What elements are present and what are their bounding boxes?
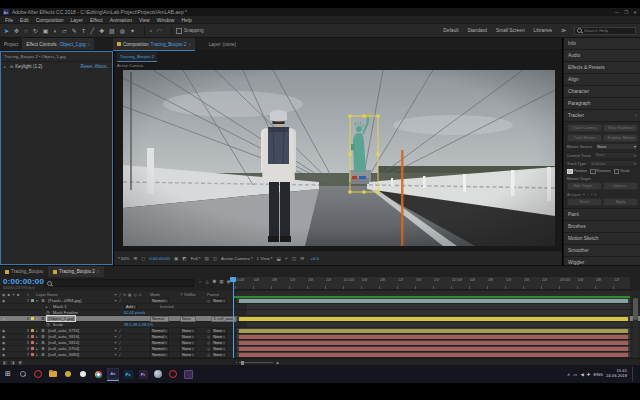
switches-cell[interactable]: ✦╱ bbox=[114, 347, 150, 351]
mask-feather-icon[interactable]: ◠ bbox=[157, 27, 162, 34]
tracker-button-stabilize-motion[interactable]: Stabilize Motion bbox=[603, 134, 638, 142]
file-explorer-icon[interactable] bbox=[47, 368, 59, 381]
tab-project[interactable]: Project bbox=[0, 38, 22, 50]
trkmat-header[interactable]: T TrkMat bbox=[180, 292, 207, 297]
panel-menu-icon[interactable]: ≡ bbox=[87, 42, 89, 47]
pen-tool-icon[interactable]: ✎ bbox=[72, 27, 77, 34]
trkmat-dropdown[interactable]: None▾ bbox=[180, 352, 196, 358]
pickwhip-icon[interactable]: ◎ bbox=[207, 299, 210, 303]
layer-duration-bar[interactable] bbox=[239, 347, 628, 351]
shy-switch-icon[interactable]: ╱ bbox=[119, 341, 121, 345]
switches-cell[interactable]: ✦╱ bbox=[114, 329, 150, 333]
pickwhip-icon[interactable]: ◎ bbox=[207, 329, 210, 333]
tab-composition[interactable]: Composition Tracing_Boujou 2 ≡ bbox=[113, 38, 195, 50]
twirl-icon[interactable]: ▾ bbox=[36, 317, 40, 321]
clone-stamp-tool-icon[interactable]: ✚ bbox=[99, 27, 104, 34]
zoom-slider-handle[interactable] bbox=[241, 361, 244, 365]
panel-section-align[interactable]: Align bbox=[564, 74, 640, 86]
layer-duration-bar[interactable] bbox=[239, 341, 628, 345]
snapping-checkbox[interactable] bbox=[176, 28, 182, 34]
hand-tool-icon[interactable]: ✥ bbox=[14, 27, 19, 34]
track-lane[interactable] bbox=[237, 340, 630, 345]
shy-switch-icon[interactable]: ╱ bbox=[119, 317, 121, 321]
menu-view[interactable]: View bbox=[139, 17, 150, 23]
analyze-backward-icon[interactable]: « bbox=[583, 192, 585, 197]
mode-header[interactable]: Mode bbox=[150, 292, 180, 297]
eye-icon[interactable]: ◉ bbox=[2, 335, 5, 339]
channel-icon[interactable]: ◩ bbox=[182, 256, 186, 261]
workspace-standard[interactable]: Standard bbox=[468, 28, 487, 33]
zoom-tool-icon[interactable]: ○ bbox=[24, 28, 28, 34]
tab-layer[interactable]: Layer: (none) bbox=[205, 38, 240, 50]
tracker-button-track-camera[interactable]: Track Camera bbox=[567, 124, 602, 132]
checkbox-rotation[interactable]: Rotation bbox=[590, 169, 611, 175]
mask-shape-tool-icon[interactable]: ▱ bbox=[62, 27, 67, 34]
pan-behind-tool-icon[interactable]: ◐ bbox=[53, 28, 57, 34]
twirl-icon[interactable]: ▸ bbox=[36, 341, 40, 345]
effect-about-link[interactable]: About.. bbox=[94, 64, 109, 69]
track-lane[interactable] bbox=[237, 328, 630, 333]
resolution-dropdown[interactable]: Full▾ bbox=[191, 256, 201, 261]
pickwhip-icon[interactable]: ◎ bbox=[207, 341, 210, 345]
viewer-timecode[interactable]: 0:00:00:00 bbox=[149, 256, 170, 261]
switches-cell[interactable]: Add▾ bbox=[124, 304, 160, 310]
panel-section-brushes[interactable]: Brushes bbox=[564, 221, 640, 233]
twirl-icon[interactable]: ▸ bbox=[46, 305, 50, 309]
timeline-search-box[interactable] bbox=[44, 279, 194, 287]
track-lane[interactable] bbox=[247, 322, 630, 327]
layer-label-color[interactable] bbox=[29, 317, 36, 321]
switches-cell[interactable]: ✦╱ bbox=[114, 335, 150, 339]
switches-cell[interactable]: 98.5,98.5,98.5% bbox=[124, 322, 190, 327]
panel-section-effects-presets[interactable]: Effects & Presets bbox=[564, 62, 640, 74]
opera-icon[interactable] bbox=[32, 368, 44, 381]
fx-switch-icon[interactable]: fx bbox=[123, 317, 126, 321]
help-search-input[interactable] bbox=[584, 28, 633, 33]
track-lane[interactable] bbox=[237, 298, 630, 303]
tracker-apply-button[interactable]: Apply bbox=[603, 198, 638, 206]
grid-guides-icon[interactable]: ⊞ bbox=[134, 256, 138, 261]
panel-section-audio[interactable]: Audio bbox=[564, 50, 640, 62]
twirl-icon[interactable]: ▸ bbox=[36, 329, 40, 333]
menu-file[interactable]: File bbox=[5, 17, 13, 23]
shy-switch-icon[interactable]: ╱ bbox=[119, 347, 121, 351]
panel-section-paragraph[interactable]: Paragraph bbox=[564, 98, 640, 110]
messenger-icon[interactable] bbox=[77, 368, 89, 381]
frame-blend-icon[interactable]: ▦ bbox=[219, 279, 223, 284]
composition-mini-tab[interactable]: Tracing_Boujou 2 bbox=[117, 52, 157, 62]
menu-window[interactable]: Window bbox=[157, 17, 175, 23]
panel-section-info[interactable]: Info bbox=[564, 38, 640, 50]
twirl-icon[interactable]: ▸ bbox=[36, 347, 40, 351]
menu-animation[interactable]: Animation bbox=[110, 17, 132, 23]
pickwhip-icon[interactable]: ◎ bbox=[207, 347, 210, 351]
eye-icon[interactable]: ◉ bbox=[2, 347, 5, 351]
layer-duration-bar[interactable] bbox=[239, 353, 628, 357]
tab-effect-controls[interactable]: Effect Controls: Object_1.jpg ≡ bbox=[22, 38, 93, 50]
trkmat-cell[interactable]: None▾ bbox=[180, 316, 207, 322]
hidden-icons-chevron[interactable]: ∧ bbox=[567, 372, 570, 377]
menu-layer[interactable]: Layer bbox=[70, 17, 83, 23]
quality-switch-icon[interactable]: ✦ bbox=[114, 341, 117, 345]
volume-icon[interactable]: ◀ bbox=[580, 372, 583, 377]
magnification-dropdown[interactable]: ▾50% bbox=[118, 256, 130, 261]
selection-tool-icon[interactable]: ➤ bbox=[4, 27, 9, 34]
av-features-cell[interactable]: ◉ bbox=[0, 317, 22, 321]
twirl-icon[interactable]: ▸ bbox=[4, 65, 8, 69]
mode-cell[interactable]: Inverted bbox=[160, 304, 190, 309]
tracker-button-options-[interactable]: Options... bbox=[603, 182, 638, 190]
composition-mini-flowchart-icon[interactable]: 🝔 bbox=[198, 279, 203, 284]
analyze-back-icon[interactable]: ‹ bbox=[587, 192, 588, 197]
current-time-field[interactable]: 0:00:00:00 bbox=[3, 277, 44, 286]
track-lane[interactable] bbox=[247, 310, 630, 315]
mode-cell[interactable]: Normal▾ bbox=[150, 316, 180, 322]
track-lane[interactable] bbox=[237, 316, 630, 321]
panel-section-tracker[interactable]: Tracker≡ bbox=[564, 110, 640, 122]
shy-switch-icon[interactable]: ╱ bbox=[119, 329, 121, 333]
maximize-button[interactable]: ❐ bbox=[624, 10, 628, 15]
track-lane[interactable] bbox=[247, 304, 630, 309]
panel-section-motion-sketch[interactable]: Motion Sketch bbox=[564, 233, 640, 245]
chrome-icon[interactable] bbox=[92, 368, 104, 381]
checkbox-box[interactable] bbox=[614, 169, 620, 175]
layer-label-color[interactable] bbox=[29, 353, 36, 357]
effect-keylight-row[interactable]: ▸ fx Keylight (1.2) Reset About.. bbox=[1, 62, 112, 71]
tracker-button-warp-stabilizer[interactable]: Warp Stabilizer bbox=[603, 124, 638, 132]
